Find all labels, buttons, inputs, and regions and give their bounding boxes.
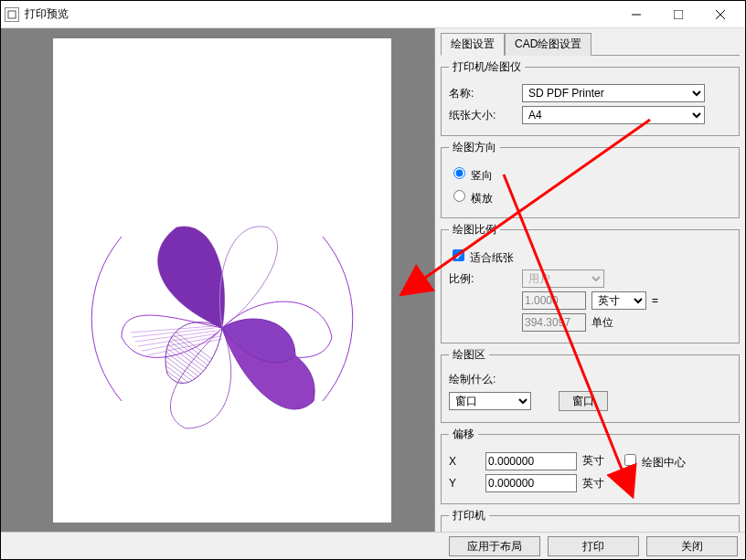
svg-line-15 [158, 337, 231, 392]
offset-center-label: 绘图中心 [642, 456, 686, 469]
paper-size-select[interactable]: A4 [522, 106, 705, 124]
area-window-button[interactable]: 窗口 [559, 391, 608, 411]
scale-top-input[interactable] [522, 291, 586, 310]
titlebar: 打印预览 [1, 1, 745, 28]
orientation-legend: 绘图方向 [449, 140, 500, 155]
tab-row: 绘图设置 CAD绘图设置 [441, 32, 740, 56]
preview-paper [53, 38, 391, 523]
orientation-portrait-label: 竖向 [471, 169, 493, 182]
orientation-portrait[interactable]: 竖向 [449, 164, 493, 184]
printer-legend: 打印机/绘图仪 [449, 59, 525, 75]
area-group: 绘图区 绘制什么: 窗口 窗口 [441, 347, 740, 423]
svg-line-5 [131, 326, 213, 333]
scale-group: 绘图比例 适合纸张 比例: 用户 英寸 = [441, 222, 740, 343]
close-button[interactable] [699, 1, 741, 28]
svg-line-22 [158, 369, 231, 424]
settings-pane: 绘图设置 CAD绘图设置 打印机/绘图仪 名称: SD PDF Printer … [434, 28, 745, 532]
orientation-group: 绘图方向 竖向 横放 [441, 140, 740, 218]
fit-to-paper[interactable]: 适合纸张 [449, 247, 514, 266]
printer-group: 打印机/绘图仪 名称: SD PDF Printer 纸张大小: A4 [441, 59, 740, 136]
scale-top-unit-select[interactable]: 英寸 [591, 291, 646, 310]
scale-ratio-select[interactable]: 用户 [522, 269, 604, 288]
svg-line-20 [158, 360, 231, 415]
tab-draw-settings[interactable]: 绘图设置 [441, 33, 505, 56]
svg-line-19 [158, 355, 231, 410]
orientation-landscape-label: 横放 [471, 192, 493, 205]
orientation-portrait-radio[interactable] [453, 167, 465, 179]
timestamp-group: 打印机 添加时间戳 [441, 508, 740, 532]
tab-cad-draw-settings[interactable]: CAD绘图设置 [505, 33, 591, 56]
area-what-select[interactable]: 窗口 [449, 392, 531, 410]
svg-line-16 [158, 342, 231, 396]
svg-line-9 [142, 336, 220, 351]
orientation-landscape-radio[interactable] [453, 190, 465, 202]
offset-y-unit: 英寸 [582, 476, 604, 491]
maximize-button[interactable] [657, 1, 699, 28]
apply-layout-button[interactable]: 应用于布局 [449, 536, 540, 556]
svg-line-10 [147, 339, 222, 355]
svg-line-18 [158, 351, 231, 406]
timestamp-legend: 打印机 [449, 508, 489, 523]
offset-center-checkbox[interactable] [624, 454, 636, 466]
svg-line-17 [158, 346, 231, 401]
printer-name-select[interactable]: SD PDF Printer [522, 84, 705, 102]
orientation-landscape[interactable]: 横放 [449, 187, 493, 206]
scale-bottom-input[interactable] [522, 313, 586, 332]
offset-x-unit: 英寸 [582, 453, 604, 469]
bottom-bar: 应用于布局 打印 关闭 [1, 532, 745, 559]
offset-center[interactable]: 绘图中心 [621, 451, 686, 470]
scale-ratio-label: 比例: [449, 271, 522, 287]
paper-size-label: 纸张大小: [449, 108, 522, 123]
scale-legend: 绘图比例 [449, 222, 500, 238]
scale-bottom-unit: 单位 [591, 315, 613, 331]
svg-line-12 [158, 323, 231, 378]
offset-group: 偏移 X 英寸 绘图中心 Y 英寸 [441, 427, 740, 504]
svg-line-23 [158, 374, 231, 428]
preview-pane [1, 28, 434, 532]
scale-equals: = [652, 294, 658, 307]
svg-rect-0 [8, 11, 16, 18]
window-title: 打印预览 [25, 6, 615, 22]
offset-y-label: Y [449, 477, 485, 490]
fit-to-paper-label: 适合纸张 [470, 251, 514, 264]
area-legend: 绘图区 [449, 347, 489, 363]
offset-y-input[interactable] [485, 474, 577, 492]
close-dialog-button[interactable]: 关闭 [646, 536, 738, 556]
fit-to-paper-checkbox[interactable] [453, 249, 464, 261]
svg-rect-2 [674, 10, 683, 19]
printer-name-label: 名称: [449, 86, 522, 101]
minimize-button[interactable] [615, 1, 657, 28]
app-icon [5, 7, 19, 22]
drawing-preview [76, 173, 368, 465]
offset-legend: 偏移 [449, 427, 478, 442]
offset-x-label: X [449, 455, 485, 468]
offset-x-input[interactable] [485, 452, 577, 470]
print-button[interactable]: 打印 [548, 536, 639, 556]
area-what-label: 绘制什么: [449, 372, 496, 387]
